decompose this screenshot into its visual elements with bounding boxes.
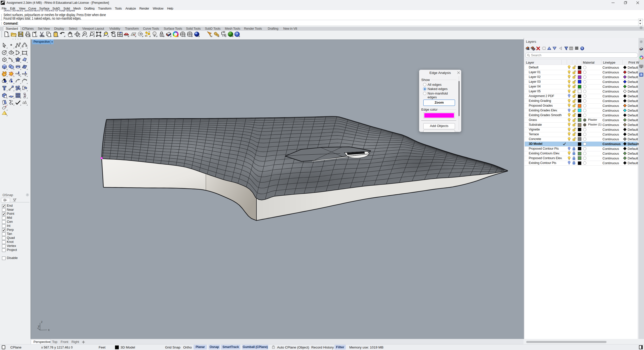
svg-text:z: z [41, 320, 43, 324]
svg-text:x: x [48, 328, 50, 332]
svg-text:8: 8 [4, 1, 5, 2]
svg-text:y: y [38, 324, 40, 328]
svg-text:?: ? [236, 32, 238, 36]
svg-text:?: ? [640, 73, 642, 76]
svg-text:?: ? [581, 47, 583, 50]
